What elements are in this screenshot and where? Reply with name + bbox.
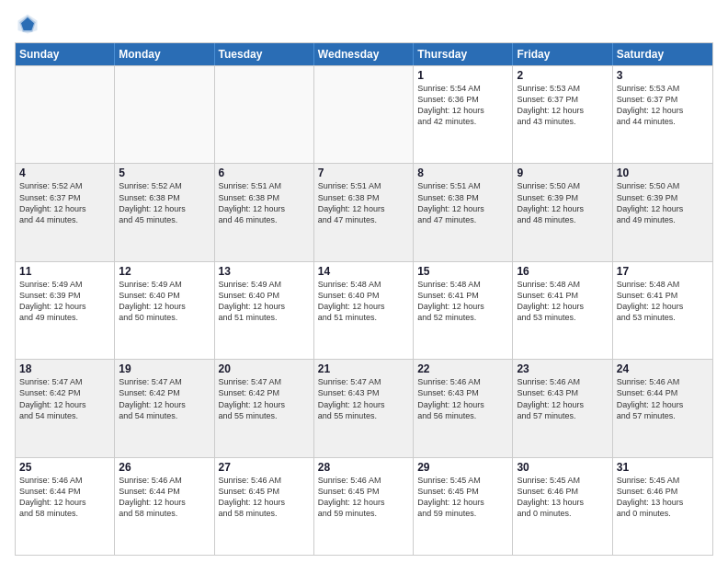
cal-cell: 30Sunrise: 5:45 AMSunset: 6:46 PMDayligh…	[513, 458, 612, 555]
cal-cell: 10Sunrise: 5:50 AMSunset: 6:39 PMDayligh…	[613, 164, 712, 260]
cell-info: Sunrise: 5:46 AMSunset: 6:43 PMDaylight:…	[517, 376, 608, 421]
cal-cell	[16, 66, 115, 163]
day-number: 30	[517, 461, 608, 474]
logo	[15, 11, 44, 37]
day-number: 21	[318, 362, 409, 375]
weekday-header-tuesday: Tuesday	[215, 43, 314, 65]
cell-info: Sunrise: 5:49 AMSunset: 6:40 PMDaylight:…	[219, 279, 310, 324]
weekday-header-wednesday: Wednesday	[314, 43, 414, 65]
cal-cell: 25Sunrise: 5:46 AMSunset: 6:44 PMDayligh…	[16, 458, 115, 555]
cal-cell: 13Sunrise: 5:49 AMSunset: 6:40 PMDayligh…	[215, 262, 314, 359]
day-number: 28	[318, 461, 409, 474]
cal-cell: 12Sunrise: 5:49 AMSunset: 6:40 PMDayligh…	[115, 262, 214, 359]
cal-cell: 6Sunrise: 5:51 AMSunset: 6:38 PMDaylight…	[215, 164, 314, 260]
cal-cell	[115, 66, 214, 163]
weekday-header-saturday: Saturday	[613, 43, 712, 65]
cell-info: Sunrise: 5:54 AMSunset: 6:36 PMDaylight:…	[417, 83, 508, 128]
day-number: 26	[119, 461, 210, 474]
day-number: 6	[219, 167, 310, 179]
cell-info: Sunrise: 5:47 AMSunset: 6:42 PMDaylight:…	[119, 376, 210, 421]
cal-cell: 23Sunrise: 5:46 AMSunset: 6:43 PMDayligh…	[513, 360, 612, 456]
day-number: 4	[19, 167, 110, 179]
cal-cell: 18Sunrise: 5:47 AMSunset: 6:42 PMDayligh…	[16, 360, 115, 456]
weekday-header-thursday: Thursday	[414, 43, 513, 65]
day-number: 24	[617, 362, 709, 375]
cell-info: Sunrise: 5:51 AMSunset: 6:38 PMDaylight:…	[318, 180, 409, 225]
day-number: 5	[119, 167, 210, 179]
cal-cell: 7Sunrise: 5:51 AMSunset: 6:38 PMDaylight…	[314, 164, 414, 260]
cal-cell	[314, 66, 414, 163]
day-number: 9	[517, 167, 608, 179]
cell-info: Sunrise: 5:47 AMSunset: 6:42 PMDaylight:…	[19, 376, 110, 421]
calendar: SundayMondayTuesdayWednesdayThursdayFrid…	[15, 42, 713, 556]
day-number: 18	[19, 362, 110, 375]
cell-info: Sunrise: 5:53 AMSunset: 6:37 PMDaylight:…	[517, 83, 608, 128]
day-number: 2	[517, 69, 608, 82]
cell-info: Sunrise: 5:48 AMSunset: 6:41 PMDaylight:…	[417, 279, 508, 324]
cell-info: Sunrise: 5:49 AMSunset: 6:40 PMDaylight:…	[119, 279, 210, 324]
week-row-1: 1Sunrise: 5:54 AMSunset: 6:36 PMDaylight…	[16, 65, 712, 163]
week-row-4: 18Sunrise: 5:47 AMSunset: 6:42 PMDayligh…	[16, 359, 712, 456]
cal-cell: 27Sunrise: 5:46 AMSunset: 6:45 PMDayligh…	[215, 458, 314, 555]
day-number: 17	[617, 265, 709, 278]
day-number: 12	[119, 265, 210, 278]
cal-cell: 21Sunrise: 5:47 AMSunset: 6:43 PMDayligh…	[314, 360, 414, 456]
day-number: 13	[219, 265, 310, 278]
header	[15, 11, 713, 37]
cell-info: Sunrise: 5:46 AMSunset: 6:44 PMDaylight:…	[617, 376, 709, 421]
day-number: 27	[219, 461, 310, 474]
cell-info: Sunrise: 5:52 AMSunset: 6:37 PMDaylight:…	[19, 180, 110, 225]
cal-cell: 9Sunrise: 5:50 AMSunset: 6:39 PMDaylight…	[513, 164, 612, 260]
cell-info: Sunrise: 5:52 AMSunset: 6:38 PMDaylight:…	[119, 180, 210, 225]
day-number: 7	[318, 167, 409, 179]
cal-cell: 5Sunrise: 5:52 AMSunset: 6:38 PMDaylight…	[115, 164, 214, 260]
cell-info: Sunrise: 5:46 AMSunset: 6:44 PMDaylight:…	[19, 475, 110, 520]
day-number: 25	[19, 461, 110, 474]
day-number: 19	[119, 362, 210, 375]
cell-info: Sunrise: 5:48 AMSunset: 6:41 PMDaylight:…	[517, 279, 608, 324]
cell-info: Sunrise: 5:45 AMSunset: 6:45 PMDaylight:…	[417, 475, 508, 520]
day-number: 8	[417, 167, 508, 179]
day-number: 1	[417, 69, 508, 82]
cal-cell: 17Sunrise: 5:48 AMSunset: 6:41 PMDayligh…	[613, 262, 712, 359]
cal-cell: 3Sunrise: 5:53 AMSunset: 6:37 PMDaylight…	[613, 66, 712, 163]
cell-info: Sunrise: 5:47 AMSunset: 6:42 PMDaylight:…	[219, 376, 310, 421]
weekday-header-monday: Monday	[115, 43, 214, 65]
page: SundayMondayTuesdayWednesdayThursdayFrid…	[0, 0, 728, 563]
cell-info: Sunrise: 5:51 AMSunset: 6:38 PMDaylight:…	[417, 180, 508, 225]
weekday-header-sunday: Sunday	[16, 43, 115, 65]
cell-info: Sunrise: 5:48 AMSunset: 6:40 PMDaylight:…	[318, 279, 409, 324]
day-number: 15	[417, 265, 508, 278]
cal-cell: 2Sunrise: 5:53 AMSunset: 6:37 PMDaylight…	[513, 66, 612, 163]
cal-cell: 11Sunrise: 5:49 AMSunset: 6:39 PMDayligh…	[16, 262, 115, 359]
cal-cell: 31Sunrise: 5:45 AMSunset: 6:46 PMDayligh…	[613, 458, 712, 555]
calendar-header: SundayMondayTuesdayWednesdayThursdayFrid…	[16, 43, 712, 65]
day-number: 22	[417, 362, 508, 375]
cal-cell: 29Sunrise: 5:45 AMSunset: 6:45 PMDayligh…	[414, 458, 513, 555]
day-number: 3	[617, 69, 709, 82]
day-number: 29	[417, 461, 508, 474]
day-number: 23	[517, 362, 608, 375]
cell-info: Sunrise: 5:46 AMSunset: 6:45 PMDaylight:…	[219, 475, 310, 520]
cell-info: Sunrise: 5:50 AMSunset: 6:39 PMDaylight:…	[617, 180, 709, 225]
cell-info: Sunrise: 5:50 AMSunset: 6:39 PMDaylight:…	[517, 180, 608, 225]
weekday-header-friday: Friday	[513, 43, 612, 65]
cell-info: Sunrise: 5:45 AMSunset: 6:46 PMDaylight:…	[617, 475, 709, 520]
cell-info: Sunrise: 5:49 AMSunset: 6:39 PMDaylight:…	[19, 279, 110, 324]
day-number: 16	[517, 265, 608, 278]
logo-icon	[15, 11, 40, 37]
day-number: 31	[617, 461, 709, 474]
cell-info: Sunrise: 5:45 AMSunset: 6:46 PMDaylight:…	[517, 475, 608, 520]
cal-cell: 8Sunrise: 5:51 AMSunset: 6:38 PMDaylight…	[414, 164, 513, 260]
cal-cell: 20Sunrise: 5:47 AMSunset: 6:42 PMDayligh…	[215, 360, 314, 456]
cal-cell: 19Sunrise: 5:47 AMSunset: 6:42 PMDayligh…	[115, 360, 214, 456]
cal-cell	[215, 66, 314, 163]
cal-cell: 16Sunrise: 5:48 AMSunset: 6:41 PMDayligh…	[513, 262, 612, 359]
cell-info: Sunrise: 5:47 AMSunset: 6:43 PMDaylight:…	[318, 376, 409, 421]
cal-cell: 26Sunrise: 5:46 AMSunset: 6:44 PMDayligh…	[115, 458, 214, 555]
week-row-2: 4Sunrise: 5:52 AMSunset: 6:37 PMDaylight…	[16, 163, 712, 260]
cell-info: Sunrise: 5:48 AMSunset: 6:41 PMDaylight:…	[617, 279, 709, 324]
day-number: 11	[19, 265, 110, 278]
week-row-5: 25Sunrise: 5:46 AMSunset: 6:44 PMDayligh…	[16, 457, 712, 555]
calendar-body: 1Sunrise: 5:54 AMSunset: 6:36 PMDaylight…	[16, 65, 712, 555]
